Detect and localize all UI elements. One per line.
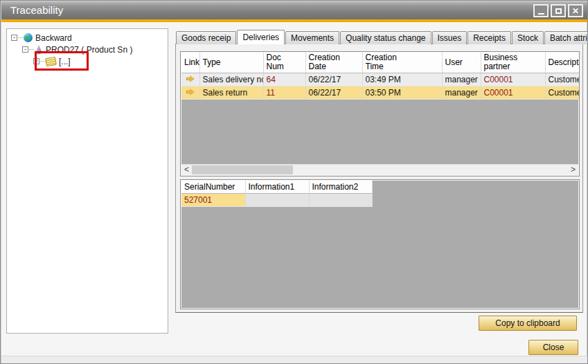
traceability-tree-panel: - Backward - PROD27 ( Product Sn ) + [..… xyxy=(6,28,168,334)
window-title: Traceability xyxy=(10,1,63,19)
tab-receipts[interactable]: Receipts xyxy=(467,31,511,44)
tab-movements[interactable]: Movements xyxy=(285,31,339,44)
table-row[interactable]: Sales delivery note 64 06/22/17 03:49 PM… xyxy=(181,73,580,86)
creation-time-cell[interactable]: 03:49 PM xyxy=(362,73,442,86)
collapse-expander-icon[interactable]: - xyxy=(11,35,17,41)
column-header-description: Description xyxy=(545,53,580,73)
tree-node-prod27[interactable]: - PROD27 ( Product Sn ) xyxy=(7,44,168,55)
type-cell[interactable]: Sales return xyxy=(199,86,263,99)
minimize-button[interactable] xyxy=(533,4,549,17)
tab-deliveries[interactable]: Deliveries xyxy=(237,30,285,44)
documents-table: Link Type DocNum CreationDate CreationTi… xyxy=(181,53,580,100)
collapse-expander-icon[interactable]: - xyxy=(22,46,28,53)
tab-strip: Goods receip Deliveries Movements Qualit… xyxy=(176,30,588,44)
column-header-creation-time: CreationTime xyxy=(362,53,442,73)
window-bottom-strip xyxy=(1,356,588,364)
serials-header-row: SerialNumber Information1 Information2 xyxy=(181,181,372,193)
column-header-creation-date: CreationDate xyxy=(305,53,362,73)
table-row-serial[interactable]: 527001 xyxy=(181,193,372,206)
creation-date-cell[interactable]: 06/22/17 xyxy=(305,86,362,99)
scroll-left-icon[interactable]: < xyxy=(181,165,192,175)
column-header-doc-num: DocNum xyxy=(263,53,305,73)
user-cell[interactable]: manager xyxy=(442,73,481,86)
maximize-button[interactable] xyxy=(551,4,566,17)
serials-table: SerialNumber Information1 Information2 5… xyxy=(181,181,373,207)
information1-cell[interactable] xyxy=(245,193,309,206)
horizontal-scrollbar[interactable]: < > xyxy=(181,164,578,175)
link-arrow-icon[interactable] xyxy=(186,89,195,95)
creation-date-cell[interactable]: 06/22/17 xyxy=(305,73,362,86)
column-header-link: Link xyxy=(181,53,199,73)
close-window-button[interactable]: ✕ xyxy=(568,4,583,17)
table-row-selected[interactable]: Sales return 11 06/22/17 03:50 PM manage… xyxy=(181,86,580,99)
tree-node-label[interactable]: [...] xyxy=(59,57,71,66)
minimize-icon xyxy=(538,13,544,15)
tree-node-label[interactable]: PROD27 ( Product Sn ) xyxy=(46,45,132,55)
title-bar: Traceability ✕ xyxy=(1,1,588,19)
serials-grid: SerialNumber Information1 Information2 5… xyxy=(180,179,580,309)
link-arrow-cell[interactable] xyxy=(181,73,199,86)
expand-expander-icon[interactable]: + xyxy=(33,58,39,64)
globe-icon xyxy=(24,33,33,42)
serial-number-cell[interactable]: 527001 xyxy=(181,193,245,206)
accent-line xyxy=(1,19,588,22)
maximize-icon xyxy=(555,8,562,14)
business-partner-cell[interactable]: C00001 xyxy=(481,73,545,86)
tree-node-detail[interactable]: + [...] xyxy=(7,55,168,67)
description-cell[interactable]: Customer xyxy=(545,86,580,99)
link-arrow-icon[interactable] xyxy=(186,75,195,82)
tree-connector xyxy=(18,37,23,38)
tree-connector xyxy=(40,61,45,62)
information2-cell[interactable] xyxy=(309,193,372,206)
column-header-type: Type xyxy=(199,53,263,73)
scrollbar-thumb[interactable] xyxy=(192,165,293,174)
tree-node-label[interactable]: Backward xyxy=(35,33,72,43)
column-header-information1: Information1 xyxy=(245,181,309,193)
business-partner-cell[interactable]: C00001 xyxy=(481,86,545,99)
tree-node-backward[interactable]: - Backward xyxy=(7,32,168,44)
notes-icon xyxy=(45,56,57,66)
column-header-business-partner: Businesspartner xyxy=(481,53,545,73)
documents-header-row: Link Type DocNum CreationDate CreationTi… xyxy=(181,53,580,73)
link-arrow-cell[interactable] xyxy=(181,86,199,99)
copy-to-clipboard-button[interactable]: Copy to clipboard xyxy=(479,316,577,331)
traceability-window: Traceability ✕ - Backward - PROD27 ( Pro… xyxy=(0,0,588,364)
tab-quality-status-change[interactable]: Quality status change xyxy=(340,31,431,44)
close-icon: ✕ xyxy=(572,7,579,15)
close-button[interactable]: Close xyxy=(528,340,578,355)
type-cell[interactable]: Sales delivery note xyxy=(199,73,263,86)
documents-grid: Link Type DocNum CreationDate CreationTi… xyxy=(180,51,580,176)
tab-batch-attribute[interactable]: Batch attribute xyxy=(544,31,588,44)
tab-issues[interactable]: Issues xyxy=(432,31,467,44)
user-cell[interactable]: manager xyxy=(442,86,481,99)
column-header-information2: Information2 xyxy=(309,181,372,193)
scroll-right-icon[interactable]: > xyxy=(568,165,578,175)
tab-stock[interactable]: Stock xyxy=(512,31,544,44)
window-controls: ✕ xyxy=(533,4,583,17)
column-header-serial-number: SerialNumber xyxy=(181,181,245,193)
doc-num-cell[interactable]: 11 xyxy=(263,86,305,99)
doc-num-cell[interactable]: 64 xyxy=(263,73,305,86)
deliveries-tab-page: Link Type DocNum CreationDate CreationTi… xyxy=(175,44,583,313)
description-cell[interactable]: Customer xyxy=(545,73,580,86)
tab-goods-receipt[interactable]: Goods receip xyxy=(176,31,236,44)
column-header-user: User xyxy=(442,53,481,73)
tree-connector xyxy=(29,49,34,50)
creation-time-cell[interactable]: 03:50 PM xyxy=(362,86,442,99)
product-cone-icon xyxy=(35,45,43,55)
